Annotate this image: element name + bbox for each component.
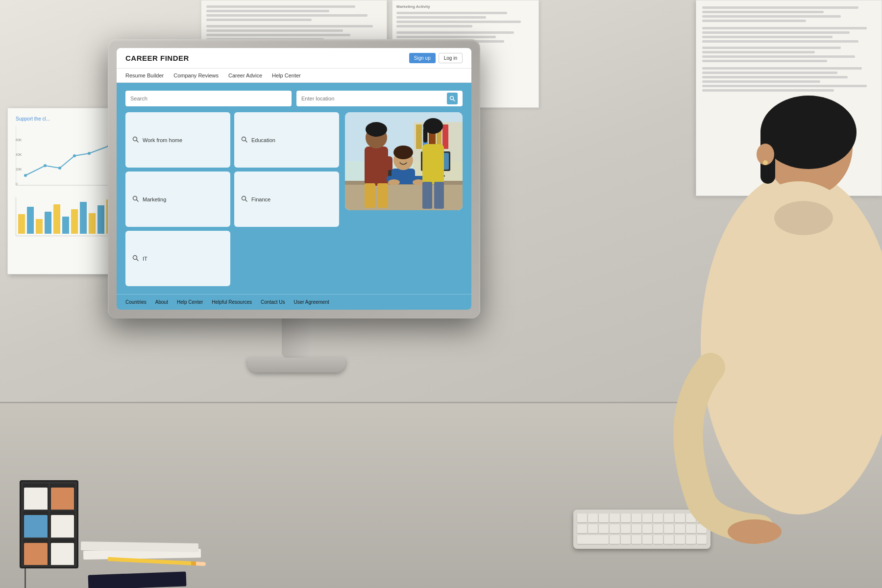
- svg-point-9: [73, 154, 76, 157]
- category-marketing-label: Marketing: [143, 196, 166, 202]
- nav-help-center[interactable]: Help Center: [272, 73, 301, 78]
- location-input[interactable]: [301, 96, 444, 101]
- svg-line-26: [137, 140, 139, 142]
- header-auth: Sign up Log in: [409, 53, 463, 63]
- svg-line-24: [453, 99, 455, 101]
- footer-about[interactable]: About: [155, 299, 168, 305]
- category-wfh-label: Work from home: [143, 137, 182, 143]
- search-icon-finance: [241, 196, 247, 203]
- svg-point-6: [24, 174, 27, 177]
- nav-company-reviews[interactable]: Company Reviews: [173, 73, 219, 78]
- category-education[interactable]: Education: [234, 112, 339, 168]
- svg-point-7: [44, 164, 47, 167]
- svg-line-28: [245, 140, 247, 142]
- footer-help-center[interactable]: Help Center: [177, 299, 203, 305]
- footer-user-agreement[interactable]: User Agreement: [294, 299, 329, 305]
- site-footer: Countries About Help Center Helpful Reso…: [117, 294, 471, 310]
- footer-helpful-resources[interactable]: Helpful Resources: [212, 299, 252, 305]
- site-logo: CAREER FINDER: [125, 54, 189, 62]
- person-silhouette: [612, 49, 882, 588]
- file-organizer: [20, 480, 83, 578]
- category-it[interactable]: IT: [125, 231, 230, 286]
- category-grid: Work from home Educat: [125, 112, 339, 286]
- svg-point-61: [388, 179, 400, 185]
- svg-rect-55: [377, 183, 388, 208]
- site-nav: Resume Builder Company Reviews Career Ad…: [117, 69, 471, 83]
- svg-text:0: 0: [16, 182, 18, 186]
- team-photo: [345, 112, 463, 210]
- site-main: Work from home Educat: [117, 83, 471, 294]
- content-row: Work from home Educat: [125, 112, 463, 286]
- site-header: CAREER FINDER Sign up Log in: [117, 48, 471, 69]
- search-input-wrapper: [125, 91, 292, 106]
- login-button[interactable]: Log in: [439, 53, 463, 63]
- svg-point-51: [366, 122, 387, 137]
- svg-line-34: [137, 259, 139, 261]
- footer-countries[interactable]: Countries: [125, 299, 147, 305]
- search-icon-it: [132, 255, 139, 263]
- monitor-bezel: CAREER FINDER Sign up Log in Resume Buil…: [117, 48, 471, 310]
- svg-line-32: [245, 199, 247, 201]
- search-icon-wfh: [132, 136, 139, 144]
- notebook: [88, 572, 187, 588]
- svg-text:20K: 20K: [16, 168, 22, 171]
- location-input-wrapper: [296, 91, 463, 106]
- svg-point-8: [58, 167, 61, 170]
- svg-rect-38: [416, 124, 422, 149]
- svg-point-58: [393, 146, 413, 159]
- category-education-label: Education: [251, 137, 275, 143]
- svg-rect-63: [422, 144, 444, 184]
- svg-rect-67: [422, 182, 432, 209]
- svg-rect-47: [345, 183, 463, 210]
- svg-rect-49: [365, 147, 388, 186]
- svg-point-19: [763, 160, 768, 165]
- nav-resume-builder[interactable]: Resume Builder: [125, 73, 164, 78]
- svg-text:40K: 40K: [16, 153, 22, 156]
- svg-line-30: [137, 199, 139, 201]
- location-search-button[interactable]: [447, 93, 458, 104]
- svg-rect-54: [365, 183, 375, 208]
- category-marketing[interactable]: Marketing: [125, 172, 230, 227]
- category-finance[interactable]: Finance: [234, 172, 339, 227]
- pencil: [108, 557, 206, 566]
- svg-rect-42: [442, 124, 448, 149]
- svg-text:60K: 60K: [16, 138, 22, 142]
- svg-rect-68: [434, 182, 444, 209]
- career-finder-website: CAREER FINDER Sign up Log in Resume Buil…: [117, 48, 471, 310]
- search-input[interactable]: [130, 96, 287, 101]
- search-row: [125, 91, 463, 106]
- nav-career-advice[interactable]: Career Advice: [228, 73, 262, 78]
- monitor: CAREER FINDER Sign up Log in Resume Buil…: [108, 39, 485, 382]
- monitor-frame: CAREER FINDER Sign up Log in Resume Buil…: [108, 39, 480, 318]
- search-icon-marketing: [132, 196, 139, 203]
- category-finance-label: Finance: [251, 196, 270, 202]
- svg-point-10: [88, 152, 91, 155]
- search-icon-education: [241, 136, 247, 144]
- footer-contact-us[interactable]: Contact Us: [261, 299, 285, 305]
- svg-rect-66: [423, 128, 427, 143]
- signup-button[interactable]: Sign up: [409, 53, 436, 63]
- svg-point-21: [774, 201, 833, 235]
- category-work-from-home[interactable]: Work from home: [125, 112, 230, 168]
- monitor-screen: CAREER FINDER Sign up Log in Resume Buil…: [117, 48, 471, 310]
- monitor-base: [247, 358, 345, 372]
- svg-point-22: [728, 519, 782, 544]
- monitor-neck: [282, 318, 311, 358]
- category-it-label: IT: [143, 256, 147, 262]
